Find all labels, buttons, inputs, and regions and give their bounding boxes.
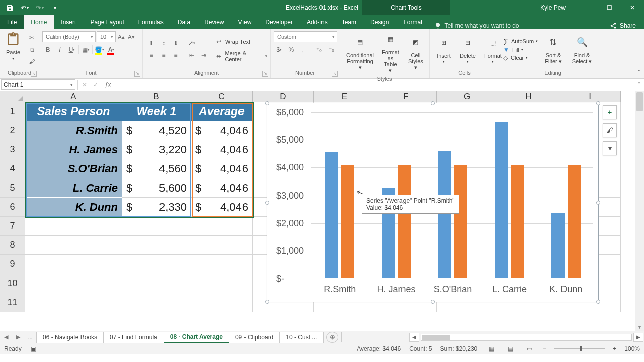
cell-styles-button[interactable]: ◩CellStyles ▾	[405, 34, 427, 70]
tab-formulas[interactable]: Formulas	[131, 15, 171, 29]
increase-decimal-icon[interactable]: ⁺₀	[313, 44, 325, 55]
close-button[interactable]: ✕	[621, 0, 644, 15]
autosum-button[interactable]: ∑AutoSum▾	[503, 37, 538, 45]
row-header-3[interactable]: 3	[0, 140, 25, 159]
cell-C9[interactable]	[191, 255, 253, 274]
view-normal-icon[interactable]: ▦	[486, 344, 497, 353]
format-as-table-button[interactable]: ▦Format asTable ▾	[379, 31, 403, 73]
cell-C6[interactable]: $4,046	[191, 198, 253, 217]
font-dialog-icon[interactable]: ↘	[134, 71, 140, 77]
cut-icon[interactable]: ✂	[26, 32, 37, 43]
cell-B11[interactable]	[122, 293, 191, 312]
cell-B4[interactable]: $4,560	[122, 159, 191, 178]
zoom-level[interactable]: 100%	[624, 345, 640, 352]
cell-B1[interactable]: Week 1	[122, 102, 191, 121]
cell-A5[interactable]: L. Carrie	[25, 178, 122, 198]
decrease-indent-icon[interactable]: ⇤	[186, 50, 197, 61]
italic-icon[interactable]: I	[54, 44, 65, 55]
zoom-slider[interactable]	[554, 348, 605, 349]
chart-bar-average-1[interactable]	[398, 165, 411, 278]
share-button[interactable]: Share	[602, 22, 644, 29]
cell-B8[interactable]	[122, 236, 191, 255]
zoom-in-icon[interactable]: +	[613, 345, 616, 352]
horizontal-scrollbar[interactable]: ◀ ▶	[345, 333, 644, 342]
accounting-format-icon[interactable]: $▾	[274, 44, 285, 55]
tab-review[interactable]: Review	[197, 15, 231, 29]
row-header-8[interactable]: 8	[0, 236, 25, 255]
clear-button[interactable]: ◇Clear▾	[503, 54, 538, 61]
save-icon[interactable]	[2, 1, 17, 15]
delete-cells-button[interactable]: ⊟Delete▾	[457, 35, 479, 64]
user-name[interactable]: Kyle Pew	[531, 4, 575, 11]
row-header-9[interactable]: 9	[0, 255, 25, 274]
chart-bar-week1-3[interactable]	[495, 122, 508, 278]
cell-C7[interactable]	[191, 217, 253, 236]
view-page-break-icon[interactable]: ▭	[524, 344, 535, 353]
column-header-b[interactable]: B	[122, 91, 191, 102]
align-top-icon[interactable]: ⬆	[146, 38, 157, 49]
cell-B2[interactable]: $4,520	[122, 121, 191, 140]
chart-bar-week1-0[interactable]	[325, 152, 338, 278]
row-header-1[interactable]: 1	[0, 102, 25, 121]
chart-bar-average-0[interactable]	[341, 165, 354, 278]
wrap-text-button[interactable]: ↩Wrap Text	[213, 36, 267, 47]
row-header-2[interactable]: 2	[0, 121, 25, 140]
cell-C1[interactable]: Average	[191, 102, 253, 121]
tab-home[interactable]: Home	[24, 15, 54, 29]
tab-developer[interactable]: Developer	[258, 15, 300, 29]
enter-formula-icon[interactable]: ✓	[90, 81, 101, 88]
font-color-icon[interactable]: A▾	[106, 44, 117, 55]
vertical-scrollbar[interactable]: ▲ ▼	[635, 91, 644, 331]
format-painter-icon[interactable]: 🖌	[26, 56, 37, 67]
increase-font-icon[interactable]: A▴	[117, 32, 126, 41]
cell-C2[interactable]: $4,046	[191, 121, 253, 140]
qa-customize-icon[interactable]: ▾	[47, 1, 62, 15]
row-header-7[interactable]: 7	[0, 217, 25, 236]
view-page-layout-icon[interactable]: ▤	[505, 344, 516, 353]
chart-elements-button[interactable]: +	[603, 105, 617, 119]
tab-ellipsis-icon[interactable]: ...	[24, 331, 36, 343]
number-format-select[interactable]: Custom	[274, 31, 337, 42]
cell-A7[interactable]	[25, 217, 122, 236]
sheet-tab[interactable]: 10 - Cust ...	[279, 332, 324, 343]
chart-filters-button[interactable]: ▾	[603, 141, 617, 155]
cell-A6[interactable]: K. Dunn	[25, 198, 122, 217]
fx-icon[interactable]: ƒx	[101, 81, 114, 88]
align-center-icon[interactable]: ≡	[158, 50, 169, 61]
chart-bar-average-4[interactable]	[568, 165, 581, 278]
tab-data[interactable]: Data	[171, 15, 197, 29]
cell-A9[interactable]	[25, 255, 122, 274]
zoom-out-icon[interactable]: −	[543, 345, 546, 352]
column-header-f[interactable]: F	[375, 91, 437, 102]
select-all-corner[interactable]	[0, 91, 25, 102]
increase-indent-icon[interactable]: ⇥	[198, 50, 209, 61]
cell-A4[interactable]: S.O'Brian	[25, 159, 122, 178]
align-middle-icon[interactable]: ↕	[158, 38, 169, 49]
cell-C5[interactable]: $4,046	[191, 178, 253, 198]
chart-bar-week1-2[interactable]	[438, 151, 451, 278]
new-sheet-button[interactable]: ⊕	[326, 332, 338, 343]
percent-format-icon[interactable]: %	[286, 44, 297, 55]
align-left-icon[interactable]: ≡	[146, 50, 157, 61]
decrease-decimal-icon[interactable]: ⁻₀	[326, 44, 337, 55]
sort-filter-button[interactable]: ⇅Sort &Filter ▾	[542, 34, 565, 64]
embedded-chart[interactable]: $-$1,000$2,000$3,000$4,000$5,000$6,000 R…	[267, 103, 599, 302]
alignment-dialog-icon[interactable]: ↘	[262, 71, 268, 77]
cell-C11[interactable]	[191, 293, 253, 312]
font-name-select[interactable]: Calibri (Body)	[42, 31, 96, 42]
font-size-select[interactable]: 10	[97, 31, 116, 42]
tab-insert[interactable]: Insert	[54, 15, 83, 29]
find-select-button[interactable]: 🔍Find &Select ▾	[569, 34, 595, 64]
cell-B6[interactable]: $2,330	[122, 198, 191, 217]
collapse-ribbon-icon[interactable]: ˄	[637, 69, 641, 76]
conditional-formatting-button[interactable]: ▤ConditionalFormatting ▾	[343, 34, 377, 70]
column-header-i[interactable]: I	[559, 91, 621, 102]
cell-B3[interactable]: $3,220	[122, 140, 191, 159]
fill-color-icon[interactable]: 🪣▾	[94, 44, 105, 55]
comma-format-icon[interactable]: ,	[298, 44, 309, 55]
column-header-a[interactable]: A	[25, 91, 122, 102]
expand-formula-bar-icon[interactable]: ˅	[634, 82, 644, 87]
sheet-tab[interactable]: 07 - Find Formula	[103, 332, 164, 343]
decrease-font-icon[interactable]: A▾	[127, 32, 136, 41]
sheet-tab[interactable]: 09 - Clipboard	[229, 332, 280, 343]
